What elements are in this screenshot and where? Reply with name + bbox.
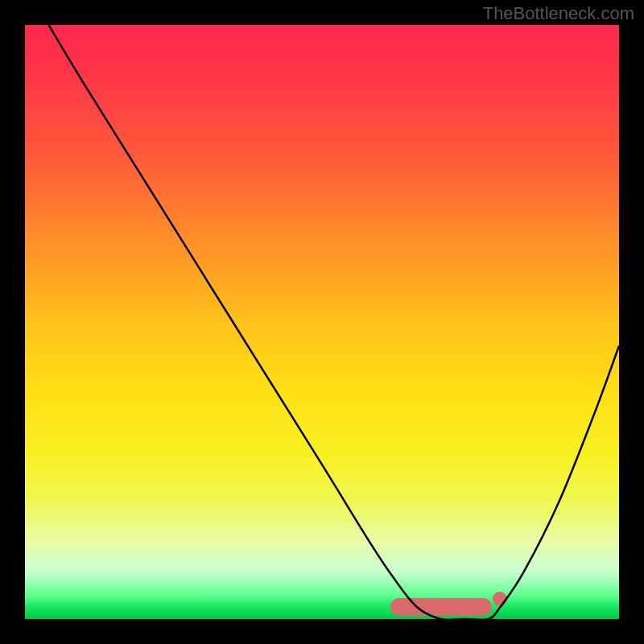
- watermark-text: TheBottleneck.com: [483, 3, 634, 24]
- bottleneck-curve: [25, 25, 619, 619]
- bottleneck-chart: [25, 25, 619, 619]
